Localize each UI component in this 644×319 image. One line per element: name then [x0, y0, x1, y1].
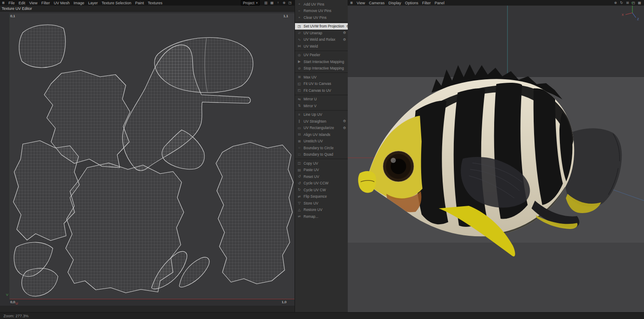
gear-icon[interactable]: ⚙ [343, 31, 346, 35]
menu-filter[interactable]: Filter [41, 1, 50, 5]
uv-menu-item-add-uv-pins[interactable]: +Add UV Pins [295, 1, 348, 8]
uv-menu-item-boundary-to-circle[interactable]: ○Boundary to Circle [295, 144, 348, 151]
uv-canvas[interactable]: 0,1 1,1 0,0 1,0 U V [0, 12, 295, 306]
uv-menu-item-fit-uv-to-canvas[interactable]: ◱Fit UV to Canvas [295, 81, 348, 87]
uv-menu-item-uv-weld-and-relax[interactable]: ∿UV Weld and Relax⚙ [295, 36, 348, 43]
uv-menu-item-uv-weld[interactable]: ⋈UV Weld [295, 43, 348, 50]
menu-texture-selection[interactable]: Texture Selection [102, 1, 131, 5]
uv-menu-item-label: Reset UV [304, 175, 319, 179]
uv-menu-item-uv-rectangularize[interactable]: ▭UV Rectangularize⚙ [295, 125, 348, 132]
gear-icon[interactable]: ⚙ [343, 119, 346, 123]
menu-separator [295, 72, 348, 73]
uv-menu-item-paste-uv[interactable]: ▤Paste UV [295, 167, 348, 174]
menu-textures[interactable]: Textures [148, 1, 162, 5]
histogram-icon[interactable]: ▥ [264, 1, 268, 5]
gizmo-x-label: X [622, 13, 624, 16]
uv-island[interactable] [216, 142, 293, 284]
uv-menu-item-label: Paste UV [304, 168, 319, 172]
fish-model[interactable] [358, 64, 622, 256]
arrow-up-icon[interactable]: ↑ [276, 1, 280, 5]
menu-separator [295, 159, 348, 159]
uv-menu-item-remove-uv-pins[interactable]: −Remove UV Pins [295, 8, 348, 15]
weld-relax-icon: ∿ [297, 38, 301, 42]
uv-menu-item-restore-uv[interactable]: △Restore UV [295, 207, 348, 214]
menu-separator [295, 110, 348, 111]
restore-icon: △ [297, 208, 301, 212]
axis-gizmo: X Y Z [622, 2, 639, 21]
menu-uv-mesh[interactable]: UV Mesh [54, 1, 70, 5]
fit-canvas-uv-icon: ◰ [297, 88, 301, 92]
uv-menu-item-uv-unwrap[interactable]: ▱UV Unwrap⚙ [295, 30, 348, 36]
uv-menu-item-fit-canvas-to-uv[interactable]: ◰Fit Canvas to UV [295, 87, 348, 94]
uv-menu-item-line-up-uv[interactable]: ≡Line Up UV [295, 111, 348, 118]
menu-edit[interactable]: Edit [18, 1, 25, 5]
uv-menu-item-uv-peeler[interactable]: ◎UV Peeler [295, 52, 348, 59]
uv-menu-item-unstitch-uv[interactable]: ⊠Unstitch UV [295, 138, 348, 145]
uv-command-menu: +Add UV Pins−Remove UV Pins×Clear UV Pin… [295, 0, 348, 312]
project-dropdown[interactable]: Project ▾ [241, 0, 260, 6]
uv-menu-item-label: Fit Canvas to UV [304, 88, 331, 93]
uv-menu-item-label: Boundary to Circle [304, 146, 334, 150]
menu-file[interactable]: File [9, 1, 15, 5]
uv-menu-item-label: UV Weld and Relax [304, 37, 335, 42]
uv-island[interactable] [19, 25, 65, 68]
uv-menu-item-start-interactive-mapping[interactable]: ▶Start Interactive Mapping [295, 58, 348, 65]
left-menubar-icons: ▥▦↑⊕◳ [264, 1, 292, 5]
uv-islands-layer [10, 13, 295, 299]
uv-menu-item-label: Add UV Pins [304, 2, 324, 6]
uv-menu-item-stop-interactive-mapping[interactable]: ⊘Stop Interactive Mapping [295, 65, 348, 72]
uv-menu-item-clear-uv-pins[interactable]: ×Clear UV Pins [295, 14, 348, 21]
menu-paint[interactable]: Paint [135, 1, 144, 5]
perspective-viewport[interactable]: ≡ ViewCamerasDisplayOptionsFilterPanel ⊕… [348, 0, 644, 312]
menu-image[interactable]: Image [73, 1, 84, 5]
uv-menu-item-flip-sequence[interactable]: ⇄Flip Sequence [295, 193, 348, 200]
uv-island[interactable] [22, 268, 58, 296]
uv-menu-item-label: Set UVW from Projection [304, 24, 344, 28]
uv-menu-item-cycle-uv-cw[interactable]: ↻Cycle UV CW [295, 187, 348, 193]
uv-menu-item-max-uv[interactable]: ⊞Max UV [295, 74, 348, 81]
max-uv-icon: ⊞ [297, 75, 301, 79]
maximize-panel-icon[interactable]: ◳ [288, 1, 292, 5]
uv-menu-item-label: UV Straighten [304, 119, 326, 123]
uv-menu-item-copy-uv[interactable]: ◫Copy UV [295, 160, 348, 167]
menu-layer[interactable]: Layer [88, 1, 98, 5]
pin-add-icon: + [297, 2, 301, 6]
uv-menu-item-label: UV Unwrap [304, 31, 322, 35]
uv-menu-item-uv-straighten[interactable]: ∥UV Straighten⚙ [295, 118, 348, 125]
texture-grid-icon[interactable]: ▦ [270, 1, 274, 5]
uv-menu-item-boundary-to-quad[interactable]: □Boundary to Quad [295, 151, 348, 158]
uv-menu-item-align-uv-islands[interactable]: ⊟Align UV Islands [295, 131, 348, 138]
fit-uv-canvas-icon: ◱ [297, 82, 301, 86]
mirror-u-icon: ⇆ [297, 97, 301, 101]
uv-menu-item-label: Clear UV Pins [304, 15, 326, 20]
gear-icon[interactable]: ⚙ [343, 126, 346, 130]
left-menubar: ≡ FileEditViewFilterUV MeshImageLayerTex… [0, 0, 295, 6]
uv-menu-item-cycle-uv-ccw[interactable]: ↺Cycle UV CCW [295, 180, 348, 187]
hamburger-menu-icon[interactable]: ≡ [2, 0, 5, 6]
uv-menu-item-remap[interactable]: ⇌Remap... [295, 213, 348, 220]
uv-coord-top-left: 0,1 [10, 14, 15, 18]
uv-menu-item-store-uv[interactable]: ▽Store UV [295, 200, 348, 207]
uv-menu-item-label: Remove UV Pins [304, 9, 331, 13]
uv-menu-item-mirror-u[interactable]: ⇆Mirror U [295, 96, 348, 103]
uv-menu-item-label: Store UV [304, 201, 319, 205]
uv-menu-item-label: Align UV Islands [304, 132, 330, 137]
uv-menu-item-mirror-v[interactable]: ⇅Mirror V [295, 102, 348, 109]
uv-menu-item-label: Remap... [304, 214, 319, 219]
uv-menu-item-label: UV Peeler [304, 53, 320, 57]
fish-eye [383, 151, 414, 182]
uv-menu-item-label: UV Rectangularize [304, 126, 334, 130]
gear-icon[interactable]: ⚙ [343, 38, 346, 42]
cycle-cw-icon: ↻ [297, 188, 301, 192]
viewport-scene-layer: X Y Z [348, 0, 644, 312]
uv-menu-item-set-uvw-from-projection[interactable]: ◳Set UVW from Projection⚙ [295, 23, 348, 30]
menu-view[interactable]: View [29, 1, 37, 5]
store-icon: ▽ [297, 201, 301, 205]
uv-island[interactable] [155, 38, 253, 93]
uv-unit-square[interactable] [9, 13, 295, 299]
pan-hand-icon[interactable]: ⊕ [282, 1, 286, 5]
uv-menu-item-reset-uv[interactable]: ↺Reset UV [295, 173, 348, 180]
uv-menu-item-label: Start Interactive Mapping [304, 60, 344, 64]
gizmo-y-label: Y [631, 2, 633, 5]
flip-sequence-icon: ⇄ [297, 195, 301, 199]
